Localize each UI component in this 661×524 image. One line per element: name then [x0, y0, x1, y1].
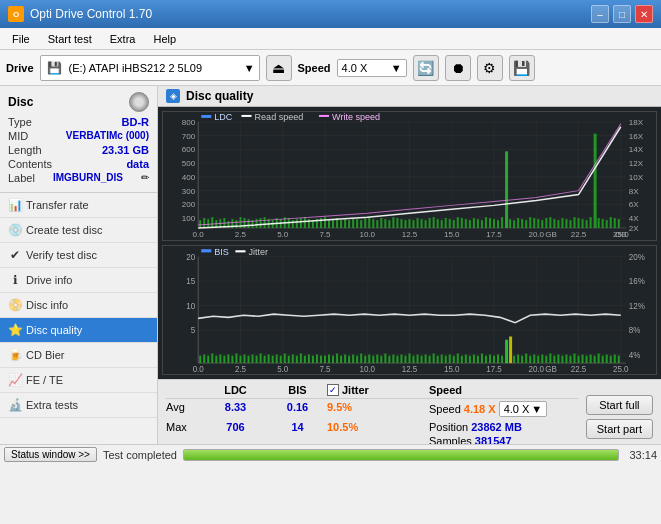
svg-rect-158 [241, 115, 251, 117]
menu-help[interactable]: Help [145, 31, 184, 47]
nav-verify-test-disc[interactable]: ✔ Verify test disc [0, 243, 157, 268]
svg-rect-288 [549, 353, 551, 363]
svg-rect-109 [425, 220, 427, 228]
svg-rect-98 [388, 220, 390, 228]
svg-rect-261 [433, 353, 435, 363]
svg-rect-266 [453, 355, 455, 362]
progress-bar-fill [184, 450, 619, 460]
jitter-checkbox[interactable]: ✓ [327, 384, 339, 396]
sidebar: Disc Type BD-R MID VERBATIMc (000) Lengt… [0, 86, 158, 444]
svg-rect-155 [618, 219, 620, 228]
svg-rect-230 [308, 354, 310, 363]
svg-rect-287 [545, 355, 547, 362]
svg-text:20.0: 20.0 [528, 230, 544, 239]
position-key: Position [429, 421, 468, 433]
svg-rect-51 [199, 220, 201, 228]
nav-drive-info[interactable]: ℹ Drive info [0, 268, 157, 293]
extra-tests-icon: 🔬 [8, 398, 22, 412]
speed-dropdown[interactable]: 4.0 X ▼ [499, 401, 548, 417]
svg-rect-106 [413, 220, 415, 228]
svg-rect-77 [304, 217, 306, 228]
status-window-button[interactable]: Status window >> [4, 447, 97, 462]
svg-rect-240 [348, 355, 350, 362]
nav-extra-tests[interactable]: 🔬 Extra tests [0, 393, 157, 418]
maximize-button[interactable]: □ [613, 5, 631, 23]
save-button[interactable]: 💾 [509, 55, 535, 81]
svg-text:0.0: 0.0 [193, 364, 205, 373]
svg-text:22.5: 22.5 [571, 364, 587, 373]
svg-rect-280 [517, 354, 519, 363]
svg-rect-149 [590, 217, 592, 228]
svg-rect-249 [384, 353, 386, 363]
svg-rect-93 [368, 217, 370, 228]
svg-text:LDC: LDC [214, 112, 233, 122]
refresh-button[interactable]: 🔄 [413, 55, 439, 81]
speed-val: 4.18 X [464, 403, 496, 415]
speed-label: Speed [298, 62, 331, 74]
app-title: Opti Drive Control 1.70 [30, 7, 152, 21]
disc-quality-icon: ⭐ [8, 323, 22, 337]
menu-start-test[interactable]: Start test [40, 31, 100, 47]
bis-avg: 0.16 [270, 401, 325, 417]
svg-rect-120 [469, 220, 471, 228]
disc-label-icon: ✏ [141, 172, 149, 184]
speed-select-arrow: ▼ [531, 403, 542, 415]
svg-rect-113 [441, 220, 443, 228]
close-button[interactable]: ✕ [635, 5, 653, 23]
menu-file[interactable]: File [4, 31, 38, 47]
svg-text:15: 15 [186, 277, 195, 286]
speed-select[interactable]: 4.0 X ▼ [337, 59, 407, 77]
nav-fe-te[interactable]: 📈 FE / TE [0, 368, 157, 393]
nav-create-test-disc[interactable]: 💿 Create test disc [0, 218, 157, 243]
svg-rect-115 [449, 219, 451, 228]
cd-bier-icon: 🍺 [8, 348, 22, 362]
svg-rect-263 [441, 354, 443, 363]
svg-rect-53 [207, 219, 209, 228]
svg-rect-92 [364, 218, 366, 228]
nav-transfer-rate[interactable]: 📊 Transfer rate [0, 193, 157, 218]
svg-rect-229 [304, 355, 306, 362]
svg-rect-301 [602, 355, 604, 362]
svg-rect-308 [235, 250, 245, 252]
menu-extra[interactable]: Extra [102, 31, 144, 47]
svg-rect-225 [288, 355, 290, 362]
start-full-button[interactable]: Start full [586, 395, 653, 415]
svg-rect-250 [388, 355, 390, 362]
svg-text:20.0: 20.0 [528, 364, 544, 373]
svg-rect-272 [477, 355, 479, 362]
svg-rect-292 [565, 354, 567, 363]
svg-text:12X: 12X [629, 159, 644, 168]
svg-rect-258 [421, 355, 423, 362]
svg-rect-265 [449, 354, 451, 363]
settings-button[interactable]: ⚙ [477, 55, 503, 81]
svg-text:10.0: 10.0 [359, 364, 375, 373]
svg-rect-76 [300, 218, 302, 228]
record-button[interactable]: ⏺ [445, 55, 471, 81]
svg-rect-150 [598, 218, 600, 228]
svg-rect-279 [513, 355, 515, 362]
svg-rect-241 [352, 354, 354, 363]
toolbar: Drive 💾 (E:) ATAPI iHBS212 2 5L09 ▼ ⏏ Sp… [0, 50, 661, 86]
svg-rect-100 [396, 218, 398, 228]
nav-cd-bier[interactable]: 🍺 CD Bier [0, 343, 157, 368]
disc-mid-value: VERBATIMc (000) [66, 130, 149, 142]
eject-button[interactable]: ⏏ [266, 55, 292, 81]
svg-text:GB: GB [615, 230, 627, 239]
drive-select[interactable]: 💾 (E:) ATAPI iHBS212 2 5L09 ▼ [40, 55, 260, 81]
svg-rect-304 [614, 354, 616, 363]
svg-rect-118 [461, 218, 463, 228]
svg-rect-300 [598, 353, 600, 363]
minimize-button[interactable]: – [591, 5, 609, 23]
svg-text:12.5: 12.5 [402, 230, 418, 239]
chart-bis: 20 15 10 5 20% 16% 12% 8% 4% 0.0 2.5 5.0… [162, 245, 657, 375]
start-part-button[interactable]: Start part [586, 419, 653, 439]
nav-disc-quality[interactable]: ⭐ Disc quality [0, 318, 157, 343]
svg-rect-143 [565, 219, 567, 228]
bis-col-header: BIS [270, 384, 325, 396]
svg-text:7.5: 7.5 [319, 364, 331, 373]
svg-rect-306 [201, 249, 211, 252]
nav-disc-quality-label: Disc quality [26, 324, 82, 336]
svg-rect-274 [485, 355, 487, 362]
nav-disc-info[interactable]: 📀 Disc info [0, 293, 157, 318]
disc-mid-label: MID [8, 130, 28, 142]
